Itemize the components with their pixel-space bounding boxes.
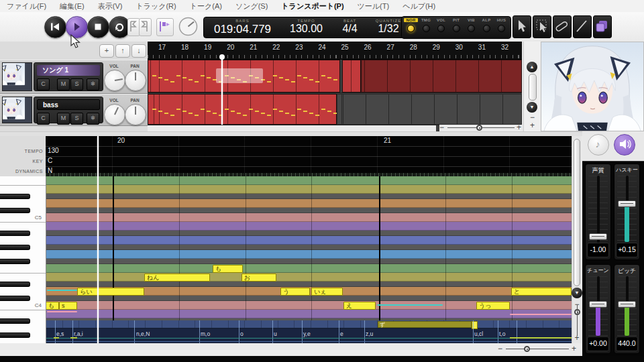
phoneme-text[interactable]: o bbox=[240, 330, 244, 337]
pianoroll-key-row[interactable]: C bbox=[46, 156, 572, 167]
stop-button[interactable] bbox=[87, 16, 109, 38]
track-mute-button[interactable]: M bbox=[57, 78, 70, 90]
param-toggle-hus[interactable]: HUS bbox=[494, 18, 508, 32]
lyric-note[interactable]: え bbox=[343, 302, 376, 310]
pr-scroll-down-button[interactable]: ▼ bbox=[572, 288, 582, 298]
track-solo-button[interactable]: S bbox=[70, 78, 83, 90]
param-toggle-vol[interactable]: VOL bbox=[434, 18, 448, 32]
lyric-note[interactable]: も bbox=[213, 265, 243, 273]
pr-zoom-in-plus[interactable]: + bbox=[572, 344, 576, 353]
phoneme-text[interactable]: r,a,i bbox=[74, 330, 83, 337]
slider-handle[interactable] bbox=[589, 233, 607, 240]
track-name-plate[interactable]: bass bbox=[37, 99, 100, 110]
black-key[interactable] bbox=[0, 231, 30, 236]
menu-item-9[interactable]: ヘルプ(H) bbox=[396, 1, 442, 11]
stamp-tool-button[interactable] bbox=[593, 15, 612, 38]
lyric-note[interactable]: s bbox=[59, 302, 77, 310]
phoneme-separator[interactable] bbox=[339, 320, 339, 343]
track-row-1[interactable]: ソング 1CMS❄VOLPAN bbox=[0, 60, 148, 94]
move-track-down-button[interactable]: ↓ bbox=[131, 44, 146, 58]
black-key[interactable] bbox=[0, 282, 30, 287]
lyric-note[interactable]: う bbox=[280, 288, 310, 296]
note-grid[interactable]: もねんおらいういぇともsえうっずe,sr,a,in,e,Nm,oouy,eez,… bbox=[46, 176, 572, 343]
slider-value[interactable]: 440.0 bbox=[616, 337, 638, 351]
add-track-button[interactable]: + bbox=[99, 44, 114, 58]
render-note-button[interactable]: ♪ bbox=[588, 134, 609, 156]
phoneme-separator[interactable] bbox=[199, 320, 200, 343]
phoneme-separator[interactable] bbox=[55, 320, 56, 343]
phoneme-text[interactable]: e,s bbox=[56, 330, 64, 337]
v-zoom-plus[interactable]: + bbox=[524, 121, 541, 130]
track-name-plate[interactable]: ソング 1 bbox=[37, 65, 100, 76]
track-freeze-button[interactable]: ❄ bbox=[87, 78, 99, 90]
pr-vzoom-handle[interactable] bbox=[574, 309, 580, 315]
phoneme-separator[interactable] bbox=[134, 320, 135, 343]
menu-item-6[interactable]: ソング(S) bbox=[229, 1, 274, 11]
black-key[interactable] bbox=[0, 208, 30, 213]
slider-track[interactable] bbox=[617, 176, 637, 243]
phoneme-separator[interactable] bbox=[239, 320, 239, 343]
pianoroll-vertical-scrollbar[interactable]: ▼−+ bbox=[572, 136, 582, 343]
track-mute-button[interactable]: M bbox=[57, 113, 70, 125]
menu-item-5[interactable]: トーク(A) bbox=[183, 1, 229, 11]
monitor-speaker-button[interactable] bbox=[614, 134, 635, 156]
black-key[interactable] bbox=[0, 194, 30, 199]
audio-clip[interactable] bbox=[342, 60, 361, 93]
black-key[interactable] bbox=[0, 296, 30, 301]
phoneme-text[interactable]: n,e,N bbox=[136, 330, 150, 337]
black-key[interactable] bbox=[0, 333, 30, 338]
phoneme-separator[interactable] bbox=[498, 320, 498, 343]
phoneme-text[interactable]: u bbox=[274, 330, 277, 337]
zoom-in-plus[interactable]: + bbox=[517, 123, 521, 131]
tracks-vertical-scrollbar[interactable]: ▲▼−+ bbox=[523, 42, 541, 131]
timeline-ruler[interactable]: 1718192021222324252627282930313233 bbox=[148, 42, 522, 60]
phoneme-text[interactable]: e bbox=[340, 330, 343, 337]
track-row-2[interactable]: bassCMS❄VOLPAN bbox=[0, 94, 148, 126]
loop-end-flag-button[interactable] bbox=[139, 18, 152, 36]
select-tool-button[interactable] bbox=[513, 15, 531, 38]
lcd-tempo-section[interactable]: TEMPO 130.00 bbox=[281, 17, 331, 38]
slider-value[interactable]: -1.00 bbox=[587, 243, 609, 257]
lyric-note[interactable]: ねん bbox=[144, 274, 210, 282]
menu-item-2[interactable]: 編集(E) bbox=[53, 1, 91, 11]
phoneme-separator[interactable] bbox=[272, 320, 273, 343]
slider-handle[interactable] bbox=[589, 301, 607, 308]
black-key[interactable] bbox=[0, 318, 30, 324]
black-key[interactable] bbox=[0, 259, 30, 264]
slider-track[interactable] bbox=[617, 276, 637, 337]
pianoroll-editor[interactable]: 2021130CN もねんおらいういぇともsえうっずe,sr,a,in,e,Nm… bbox=[46, 136, 572, 343]
pr-zoom-out-minus[interactable]: − bbox=[498, 344, 502, 353]
phoneme-text[interactable]: m,o bbox=[201, 330, 210, 337]
menu-item-4[interactable]: トラック(R) bbox=[129, 1, 182, 11]
zoom-out-minus[interactable]: − bbox=[439, 123, 444, 131]
pianoroll-header[interactable]: 2021130CN bbox=[46, 136, 572, 176]
phoneme-separator[interactable] bbox=[517, 320, 517, 343]
pr-zoom-handle[interactable] bbox=[524, 346, 530, 352]
scroll-thumb[interactable] bbox=[529, 74, 537, 101]
lyric-note[interactable]: いぇ bbox=[311, 288, 343, 296]
zoom-handle[interactable] bbox=[476, 125, 482, 131]
lyric-note[interactable]: お bbox=[241, 274, 276, 282]
param-toggle-nor[interactable]: NOR bbox=[404, 18, 418, 32]
phoneme-text[interactable]: t,o bbox=[499, 330, 505, 337]
phoneme-text[interactable]: y,e bbox=[303, 330, 311, 337]
audio-clip[interactable] bbox=[337, 94, 522, 125]
param-toggle-tmg[interactable]: TMG bbox=[419, 18, 433, 32]
marker-button[interactable] bbox=[156, 18, 174, 36]
slider-track[interactable] bbox=[588, 276, 608, 337]
pr-vzoom-plus[interactable]: + bbox=[572, 333, 582, 343]
track-solo-cast-button[interactable]: C bbox=[37, 113, 50, 125]
lyric-note[interactable]: と bbox=[511, 288, 572, 296]
menu-item-8[interactable]: ツール(T) bbox=[351, 1, 396, 11]
pan-knob[interactable] bbox=[125, 104, 146, 125]
track-solo-button[interactable]: S bbox=[70, 113, 83, 125]
audio-clip[interactable] bbox=[361, 60, 522, 93]
black-key[interactable] bbox=[0, 245, 30, 250]
slider-handle[interactable] bbox=[618, 200, 636, 207]
menu-item-3[interactable]: 表示(V) bbox=[91, 1, 129, 11]
track-freeze-button[interactable]: ❄ bbox=[87, 113, 99, 125]
box-select-tool-button[interactable] bbox=[533, 15, 551, 38]
move-track-up-button[interactable]: ↑ bbox=[115, 44, 130, 58]
slider-track[interactable] bbox=[588, 176, 608, 243]
phoneme-lane[interactable]: ずe,sr,a,in,e,Nm,oouy,eez,uu,clt,o bbox=[46, 320, 572, 343]
